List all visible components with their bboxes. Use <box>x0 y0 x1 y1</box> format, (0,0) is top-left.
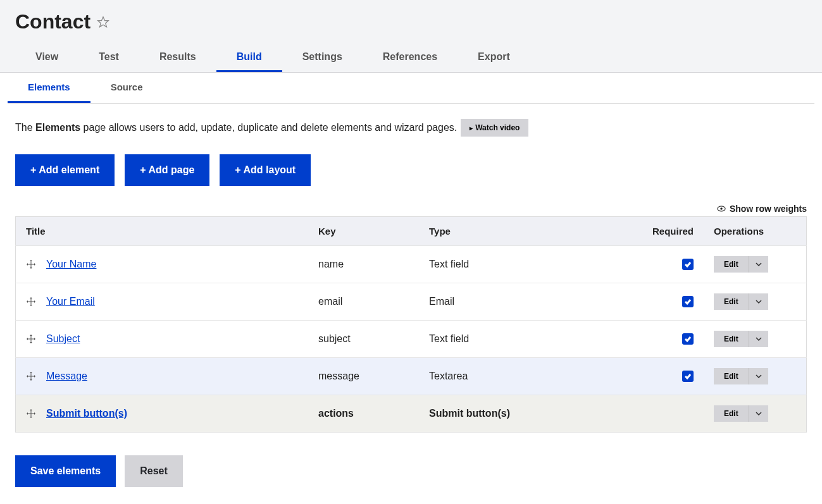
edit-button[interactable]: Edit <box>714 256 749 273</box>
secondary-tabs: ElementsSource <box>8 73 814 104</box>
element-key: actions <box>308 395 419 433</box>
table-row: Submit button(s)actionsSubmit button(s)E… <box>16 395 807 433</box>
required-checkbox[interactable] <box>682 333 694 345</box>
page-title: Contact <box>15 10 90 34</box>
required-checkbox[interactable] <box>682 371 694 382</box>
show-row-weights-label: Show row weights <box>730 204 807 214</box>
primary-tab-test[interactable]: Test <box>78 44 139 72</box>
col-title: Title <box>16 217 309 246</box>
table-row: Your EmailemailEmailEdit <box>16 283 807 321</box>
watch-video-button[interactable]: Watch video <box>461 119 528 137</box>
description-prefix: The <box>15 122 35 133</box>
chevron-down-icon <box>756 300 762 304</box>
reset-button[interactable]: Reset <box>125 455 183 487</box>
description-row: The Elements page allows users to add, u… <box>15 119 807 137</box>
element-key: message <box>308 358 419 395</box>
add-layout-button[interactable]: + Add layout <box>220 154 311 186</box>
col-operations: Operations <box>704 217 807 246</box>
star-icon[interactable] <box>97 16 109 28</box>
save-elements-button[interactable]: Save elements <box>15 455 116 487</box>
col-key: Key <box>308 217 419 246</box>
col-required: Required <box>625 217 704 246</box>
add-element-button[interactable]: + Add element <box>15 154 115 186</box>
required-checkbox[interactable] <box>682 296 694 307</box>
element-title-link[interactable]: Message <box>46 371 87 382</box>
element-type: Textarea <box>419 358 625 395</box>
dropbutton-toggle[interactable] <box>749 331 768 347</box>
dropbutton-toggle[interactable] <box>749 368 768 384</box>
primary-tab-settings[interactable]: Settings <box>282 44 363 72</box>
drag-icon[interactable] <box>26 259 36 269</box>
primary-tab-build[interactable]: Build <box>216 44 282 72</box>
chevron-down-icon <box>756 412 762 415</box>
svg-point-2 <box>720 207 723 210</box>
edit-button[interactable]: Edit <box>714 405 749 422</box>
drag-icon[interactable] <box>26 371 36 381</box>
drag-icon[interactable] <box>26 409 36 419</box>
chevron-down-icon <box>756 262 762 266</box>
svg-marker-0 <box>98 16 109 27</box>
element-title-link[interactable]: Subject <box>46 333 80 345</box>
element-title-link[interactable]: Your Email <box>46 296 95 307</box>
element-key: email <box>308 283 419 321</box>
table-row: SubjectsubjectText fieldEdit <box>16 321 807 358</box>
required-checkbox[interactable] <box>682 259 694 270</box>
element-key: name <box>308 246 419 283</box>
description-bold: Elements <box>35 122 80 133</box>
element-type: Text field <box>419 321 625 358</box>
primary-tab-results[interactable]: Results <box>139 44 216 72</box>
element-type: Email <box>419 283 625 321</box>
element-key: subject <box>308 321 419 358</box>
drag-icon[interactable] <box>26 297 36 307</box>
description-suffix: page allows users to add, update, duplic… <box>80 122 457 133</box>
elements-table: Title Key Type Required Operations Your … <box>15 216 807 433</box>
primary-tab-references[interactable]: References <box>363 44 458 72</box>
dropbutton-toggle[interactable] <box>749 293 768 310</box>
eye-icon <box>717 206 726 212</box>
element-title-link[interactable]: Your Name <box>46 259 96 270</box>
primary-tab-view[interactable]: View <box>15 44 78 72</box>
add-page-button[interactable]: + Add page <box>125 154 209 186</box>
secondary-tab-source[interactable]: Source <box>90 73 163 103</box>
primary-tab-export[interactable]: Export <box>458 44 530 72</box>
element-type: Text field <box>419 246 625 283</box>
edit-button[interactable]: Edit <box>714 331 749 347</box>
secondary-tab-elements[interactable]: Elements <box>8 73 90 103</box>
col-type: Type <box>419 217 625 246</box>
primary-tabs: ViewTestResultsBuildSettingsReferencesEx… <box>15 44 807 72</box>
edit-button[interactable]: Edit <box>714 293 749 310</box>
show-row-weights-toggle[interactable]: Show row weights <box>15 204 807 214</box>
dropbutton-toggle[interactable] <box>749 405 768 422</box>
table-row: Your NamenameText fieldEdit <box>16 246 807 283</box>
table-row: MessagemessageTextareaEdit <box>16 358 807 395</box>
edit-button[interactable]: Edit <box>714 368 749 384</box>
element-type: Submit button(s) <box>419 395 625 433</box>
chevron-down-icon <box>756 374 762 378</box>
drag-icon[interactable] <box>26 334 36 344</box>
element-title-link[interactable]: Submit button(s) <box>46 408 127 419</box>
dropbutton-toggle[interactable] <box>749 256 768 273</box>
chevron-down-icon <box>756 337 762 341</box>
